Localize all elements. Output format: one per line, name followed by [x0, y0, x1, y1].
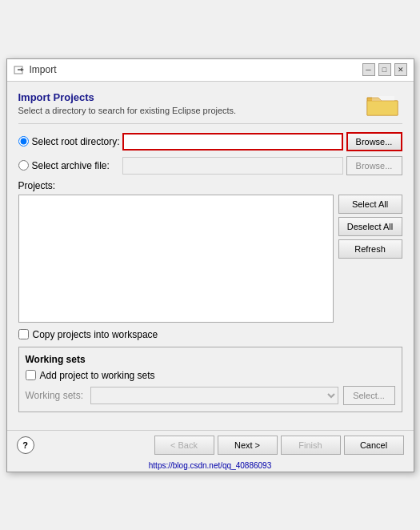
close-button[interactable]: ✕ [394, 63, 407, 76]
archive-file-label[interactable]: Select archive file: [18, 160, 122, 171]
copy-checkbox-row: Copy projects into workspace [18, 329, 402, 340]
minimize-button[interactable]: ─ [362, 63, 375, 76]
cancel-button[interactable]: Cancel [344, 436, 404, 455]
separator [18, 123, 402, 124]
import-icon [14, 64, 25, 75]
archive-file-row: Select archive file: Browse... [18, 156, 402, 175]
select-all-button[interactable]: Select All [338, 195, 402, 214]
root-dir-input[interactable] [122, 133, 343, 151]
finish-button[interactable]: Finish [281, 436, 341, 455]
header-title: Import Projects [18, 91, 362, 103]
projects-area: Select All Deselect All Refresh [18, 195, 402, 323]
working-sets-label: Working sets: [26, 390, 86, 401]
copy-checkbox-label[interactable]: Copy projects into workspace [33, 329, 158, 340]
deselect-all-button[interactable]: Deselect All [338, 217, 402, 236]
add-to-ws-checkbox[interactable] [26, 370, 36, 380]
ws-input-row: Working sets: Select... [26, 386, 395, 405]
add-to-ws-label[interactable]: Add project to working sets [40, 370, 155, 381]
import-dialog: Import ─ □ ✕ Import Projects Select a di… [6, 58, 414, 472]
bottom-bar: ? < Back Next > Finish Cancel [7, 430, 414, 460]
root-dir-label[interactable]: Select root directory: [18, 136, 122, 147]
title-controls: ─ □ ✕ [362, 63, 407, 76]
add-to-ws-row: Add project to working sets [26, 370, 395, 381]
root-dir-row: Select root directory: Browse... [18, 132, 402, 151]
back-button[interactable]: < Back [154, 436, 214, 455]
dialog-content: Import Projects Select a directory to se… [7, 82, 414, 430]
copy-checkbox[interactable] [18, 329, 29, 339]
nav-buttons: < Back Next > Finish Cancel [154, 436, 404, 455]
folder-icon [366, 90, 399, 118]
maximize-button[interactable]: □ [378, 63, 391, 76]
url-bar: https://blog.csdn.net/qq_40886093 [7, 460, 414, 472]
projects-buttons: Select All Deselect All Refresh [338, 195, 402, 323]
working-sets-section: Working sets Add project to working sets… [18, 347, 402, 412]
title-bar: Import ─ □ ✕ [7, 59, 414, 82]
working-sets-select [90, 387, 338, 404]
working-sets-title: Working sets [26, 354, 395, 365]
projects-list[interactable] [18, 195, 334, 323]
help-button[interactable]: ? [17, 436, 34, 454]
archive-file-radio[interactable] [18, 160, 29, 171]
archive-file-input [122, 157, 343, 175]
title-bar-left: Import [14, 64, 57, 75]
dialog-title: Import [30, 64, 57, 75]
header-subtitle: Select a directory to search for existin… [18, 106, 362, 115]
refresh-button[interactable]: Refresh [338, 239, 402, 259]
header-row: Import Projects Select a directory to se… [18, 91, 402, 118]
browse-archive-button: Browse... [346, 156, 402, 175]
next-button[interactable]: Next > [218, 436, 278, 455]
projects-label: Projects: [18, 180, 402, 191]
select-working-sets-button: Select... [343, 386, 395, 405]
folder-icon-container [362, 90, 402, 118]
header-text: Import Projects Select a directory to se… [18, 91, 362, 115]
root-dir-radio[interactable] [18, 136, 29, 147]
browse-root-button[interactable]: Browse... [346, 132, 402, 151]
